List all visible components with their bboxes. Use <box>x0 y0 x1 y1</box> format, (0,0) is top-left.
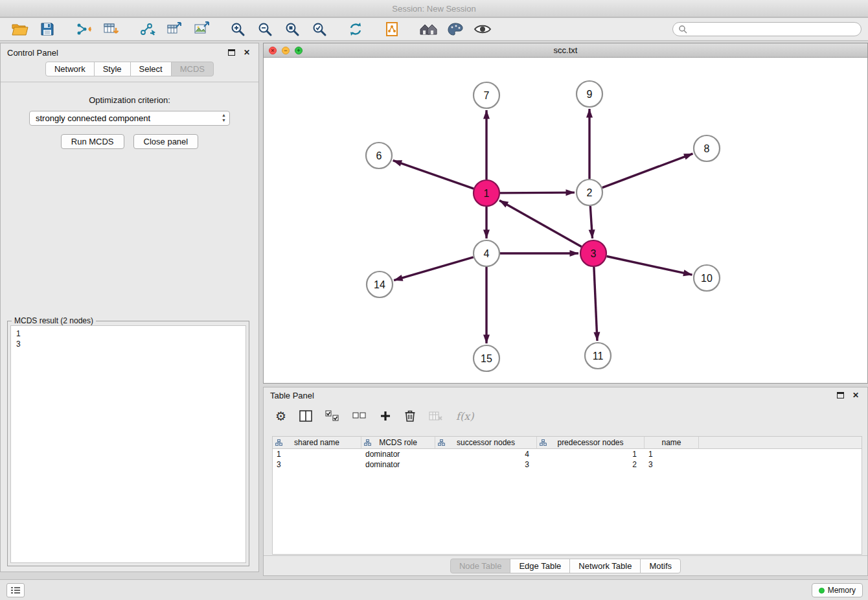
optimization-criterion-label: Optimization criterion: <box>1 95 258 105</box>
tab-motifs[interactable]: Motifs <box>640 559 681 573</box>
float-panel-icon[interactable] <box>226 47 236 58</box>
network-edge[interactable] <box>393 161 474 189</box>
network-node-label: 3 <box>591 248 597 259</box>
table-settings-button[interactable]: ⚙ <box>275 409 286 423</box>
column-header-label: MCDS role <box>379 438 417 447</box>
show-panel-button[interactable] <box>6 583 25 597</box>
export-image-button[interactable] <box>188 19 215 39</box>
import-network-icon <box>75 21 92 37</box>
close-table-panel-icon[interactable]: ✕ <box>851 390 861 400</box>
dropdown-stepper-icon: ▲▼ <box>222 113 226 123</box>
network-node-label: 6 <box>376 150 382 161</box>
network-edge[interactable] <box>394 257 474 281</box>
column-header-name[interactable]: name <box>645 437 699 449</box>
unchecked-boxes-icon <box>352 410 367 422</box>
tab-mcds[interactable]: MCDS <box>171 62 214 76</box>
import-table-icon <box>103 21 119 37</box>
close-panel-icon[interactable]: ✕ <box>242 47 252 58</box>
network-node-label: 9 <box>587 89 593 100</box>
network-canvas[interactable]: 7968124314101511 <box>264 58 867 383</box>
column-header-successor-nodes[interactable]: successor nodes <box>435 437 537 449</box>
delete-column-button[interactable] <box>404 410 416 422</box>
tab-edge-table[interactable]: Edge Table <box>510 559 570 573</box>
network-edge[interactable] <box>594 267 597 341</box>
import-table-button[interactable] <box>97 19 124 39</box>
network-edge[interactable] <box>499 200 582 246</box>
first-neighbors-button[interactable] <box>378 19 405 39</box>
maximize-window-icon[interactable]: + <box>295 47 303 54</box>
column-header-predecessor-nodes[interactable]: predecessor nodes <box>537 437 645 449</box>
export-network-button[interactable] <box>133 19 161 39</box>
network-window-titlebar[interactable]: × − + scc.txt <box>264 43 867 58</box>
search-icon <box>678 25 687 34</box>
zoom-fit-button[interactable] <box>279 19 306 39</box>
control-panel-tabs: Network Style Select MCDS <box>1 62 258 82</box>
eye-icon <box>474 21 492 37</box>
first-neighbors-icon <box>384 21 400 37</box>
zoom-out-button[interactable] <box>251 19 279 39</box>
import-network-button[interactable] <box>70 19 97 39</box>
mcds-result-box: MCDS result (2 nodes) 13 <box>7 321 249 566</box>
show-columns-button[interactable] <box>299 410 312 422</box>
plus-icon <box>380 410 391 422</box>
network-edge[interactable] <box>590 206 592 238</box>
network-edge[interactable] <box>607 257 692 275</box>
column-header-shared-name[interactable]: shared name <box>273 437 361 449</box>
delete-table-button[interactable] <box>429 410 443 422</box>
mcds-result-line: 1 <box>16 329 240 339</box>
network-node-label: 14 <box>374 279 385 290</box>
table-cell: dominator <box>361 449 435 459</box>
select-all-columns-button[interactable] <box>325 410 339 422</box>
zoom-in-button[interactable] <box>224 19 251 39</box>
tab-network[interactable]: Network <box>45 62 95 76</box>
column-type-icon <box>540 439 547 446</box>
tab-network-table[interactable]: Network Table <box>569 559 641 573</box>
close-window-icon[interactable]: × <box>269 47 277 54</box>
style-button[interactable] <box>442 19 469 39</box>
export-table-button[interactable] <box>161 19 188 39</box>
column-header-label: shared name <box>294 438 339 447</box>
save-icon <box>40 21 55 37</box>
export-network-icon <box>139 21 155 37</box>
table-cell: 3 <box>645 459 699 470</box>
apply-layout-button[interactable] <box>342 19 369 39</box>
network-edge[interactable] <box>602 154 693 188</box>
deselect-all-columns-button[interactable] <box>352 410 367 422</box>
mcds-result-list[interactable]: 13 <box>10 325 246 563</box>
search-input[interactable] <box>687 25 856 34</box>
tab-style[interactable]: Style <box>94 62 131 76</box>
criterion-dropdown[interactable]: strongly connected component ▲▼ <box>29 111 230 126</box>
window-titlebar: Session: New Session <box>0 0 868 17</box>
zoom-selected-button[interactable] <box>306 19 333 39</box>
network-overview-button[interactable] <box>415 19 442 39</box>
save-session-button[interactable] <box>34 19 61 39</box>
network-edge[interactable] <box>500 192 575 193</box>
tab-node-table[interactable]: Node Table <box>450 559 511 573</box>
table-panel-title: Table Panel <box>270 391 314 400</box>
list-icon <box>10 586 21 594</box>
table-row[interactable]: 1dominator411 <box>273 449 862 459</box>
network-node-label: 10 <box>701 273 713 284</box>
search-box[interactable] <box>672 22 862 36</box>
tab-select[interactable]: Select <box>130 62 172 76</box>
column-header-mcds-role[interactable]: MCDS role <box>361 437 435 449</box>
create-column-button[interactable] <box>380 410 391 422</box>
column-header-filler <box>699 437 862 449</box>
table-cell: 4 <box>435 449 537 459</box>
function-builder-button[interactable]: f(x) <box>456 410 474 422</box>
run-mcds-button[interactable]: Run MCDS <box>61 134 124 149</box>
memory-button[interactable]: Memory <box>812 583 863 597</box>
main-toolbar <box>0 18 868 41</box>
network-window-title: scc.txt <box>554 45 578 55</box>
float-table-panel-icon[interactable] <box>835 390 845 400</box>
network-node-label: 2 <box>587 187 593 198</box>
columns-icon <box>299 410 312 422</box>
table-header-row: shared name MCDS role successor nodes pr… <box>273 437 862 449</box>
open-session-button[interactable] <box>6 19 34 39</box>
close-panel-button[interactable]: Close panel <box>133 134 199 149</box>
table-row[interactable]: 3dominator323 <box>273 459 862 470</box>
graphics-details-button[interactable] <box>469 19 496 39</box>
minimize-window-icon[interactable]: − <box>282 47 290 54</box>
table-toolbar: ⚙ f(x) <box>264 403 867 429</box>
table-panel: Table Panel ✕ ⚙ <box>263 387 868 576</box>
